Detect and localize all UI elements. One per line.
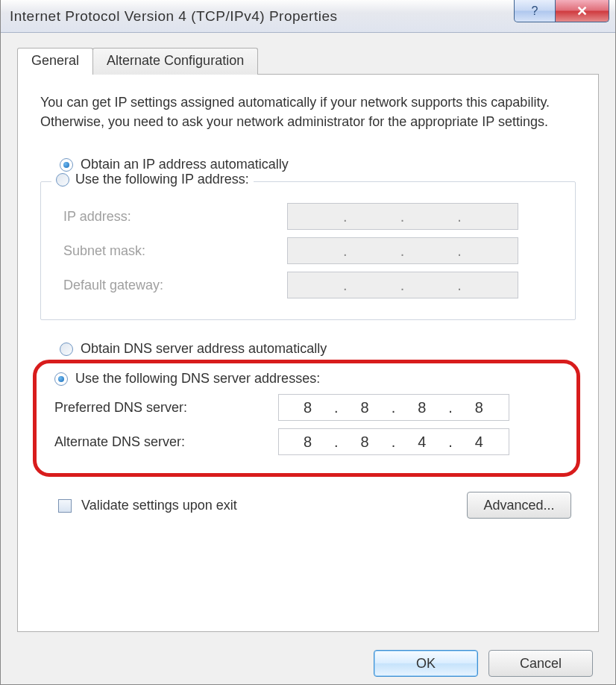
dialog-window: Internet Protocol Version 4 (TCP/IPv4) P…	[0, 0, 616, 685]
validate-row: Validate settings upon exit Advanced...	[40, 492, 576, 519]
radio-dns-auto-label: Obtain DNS server address automatically	[81, 341, 327, 357]
tab-general-label: General	[31, 53, 79, 68]
radio-ip-manual-label: Use the following IP address:	[75, 172, 249, 187]
tab-region: General Alternate Configuration You can …	[17, 48, 599, 632]
close-icon: ✕	[576, 3, 588, 19]
radio-dns-manual-row[interactable]: Use the following DNS server addresses:	[54, 371, 563, 387]
window-title: Internet Protocol Version 4 (TCP/IPv4) P…	[10, 8, 338, 25]
ok-button[interactable]: OK	[374, 650, 478, 677]
help-icon: ?	[532, 4, 538, 18]
validate-checkbox[interactable]	[58, 499, 72, 513]
dns-highlight-box: Use the following DNS server addresses: …	[33, 360, 580, 477]
tab-alternate-label: Alternate Configuration	[107, 53, 244, 68]
gateway-label: Default gateway:	[63, 278, 287, 293]
alternate-dns-label: Alternate DNS server:	[54, 434, 278, 450]
tab-alternate[interactable]: Alternate Configuration	[92, 48, 258, 75]
preferred-dns-row: Preferred DNS server: 8. 8. 8. 8	[54, 394, 563, 421]
dialog-footer: OK Cancel	[7, 641, 609, 677]
tab-general[interactable]: General	[17, 48, 93, 75]
gateway-row: Default gateway: ...	[63, 272, 559, 298]
tab-panel-general: You can get IP settings assigned automat…	[17, 74, 599, 632]
preferred-dns-oct1: 8	[294, 399, 322, 416]
preferred-dns-oct3: 8	[408, 399, 436, 416]
validate-label: Validate settings upon exit	[81, 498, 237, 513]
radio-dns-auto[interactable]	[60, 342, 73, 356]
alternate-dns-row: Alternate DNS server: 8. 8. 4. 4	[54, 428, 563, 455]
titlebar: Internet Protocol Version 4 (TCP/IPv4) P…	[1, 0, 615, 33]
preferred-dns-oct4: 8	[465, 399, 494, 416]
cancel-button-label: Cancel	[520, 656, 562, 672]
advanced-button[interactable]: Advanced...	[467, 492, 571, 519]
preferred-dns-oct2: 8	[351, 399, 380, 416]
radio-dns-manual-label: Use the following DNS server addresses:	[75, 371, 320, 387]
subnet-input: ...	[287, 237, 518, 264]
preferred-dns-label: Preferred DNS server:	[54, 400, 278, 416]
subnet-row: Subnet mask: ...	[63, 237, 559, 264]
alternate-dns-input[interactable]: 8. 8. 4. 4	[278, 428, 509, 455]
ip-group: Use the following IP address: IP address…	[40, 181, 576, 320]
cancel-button[interactable]: Cancel	[488, 650, 593, 677]
radio-ip-auto-row[interactable]: Obtain an IP address automatically	[60, 157, 576, 172]
dialog-body: General Alternate Configuration You can …	[1, 33, 615, 684]
tab-strip: General Alternate Configuration	[17, 48, 599, 75]
preferred-dns-input[interactable]: 8. 8. 8. 8	[278, 394, 509, 421]
ok-button-label: OK	[416, 656, 436, 672]
advanced-button-label: Advanced...	[483, 498, 554, 513]
close-button[interactable]: ✕	[556, 0, 609, 22]
gateway-input: ...	[287, 272, 518, 298]
window-buttons: ? ✕	[514, 0, 609, 22]
radio-ip-auto[interactable]	[60, 158, 73, 172]
radio-ip-manual[interactable]	[56, 173, 69, 187]
ip-address-label: IP address:	[63, 209, 287, 225]
ip-address-row: IP address: ...	[63, 203, 559, 230]
alternate-dns-oct4: 4	[465, 434, 494, 451]
ip-group-legend[interactable]: Use the following IP address:	[51, 172, 254, 187]
intro-text: You can get IP settings assigned automat…	[40, 93, 576, 131]
radio-ip-auto-label: Obtain an IP address automatically	[81, 157, 289, 172]
alternate-dns-oct1: 8	[294, 434, 322, 451]
validate-checkbox-wrap[interactable]: Validate settings upon exit	[58, 498, 237, 513]
help-button[interactable]: ?	[514, 0, 556, 22]
ip-address-input: ...	[287, 203, 518, 230]
alternate-dns-oct2: 8	[351, 434, 380, 451]
radio-dns-auto-row[interactable]: Obtain DNS server address automatically	[60, 341, 576, 357]
radio-dns-manual[interactable]	[54, 372, 68, 386]
subnet-label: Subnet mask:	[63, 243, 287, 259]
alternate-dns-oct3: 4	[408, 434, 436, 451]
